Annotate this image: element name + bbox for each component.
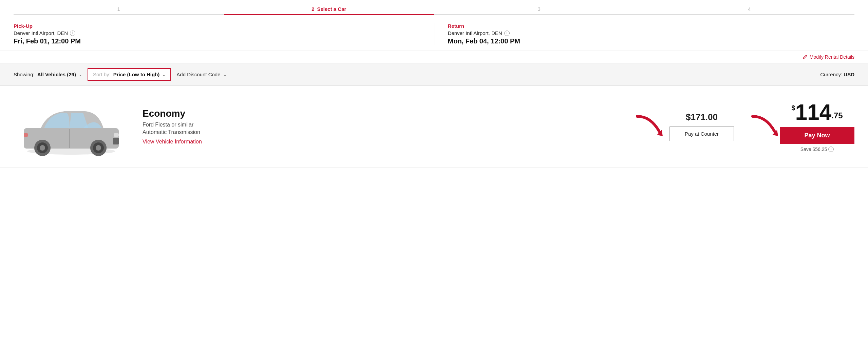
return-label: Return [448, 23, 855, 29]
discount-dropdown[interactable]: Add Discount Code ⌄ [176, 69, 226, 80]
pickup-location: Denver Intl Airport, DEN i [14, 30, 420, 36]
pay-now-button[interactable]: Pay Now [780, 127, 854, 144]
step-3-label: 3 [434, 6, 644, 12]
view-vehicle-info-link[interactable]: View Vehicle Information [143, 139, 202, 144]
step-4-underline [644, 14, 855, 15]
pricing-area: $171.00 Pay at Counter $ 114 .75 Pay Now… [634, 101, 854, 152]
svg-point-7 [96, 145, 101, 151]
progress-nav: 1 2 Select a Car 3 4 [0, 0, 868, 15]
filter-bar: Showing: All Vehicles (29) ⌄ Sort by: Pr… [0, 63, 868, 86]
step-1: 1 [14, 6, 224, 15]
pay-at-counter-button[interactable]: Pay at Counter [669, 127, 734, 141]
showing-chevron: ⌄ [79, 72, 82, 77]
step-1-underline [14, 14, 224, 15]
return-location: Denver Intl Airport, DEN i [448, 30, 855, 36]
steps-container: 1 2 Select a Car 3 4 [14, 6, 854, 15]
pay-at-counter-price: $171.00 [686, 112, 718, 122]
svg-point-4 [40, 145, 45, 151]
return-col: Return Denver Intl Airport, DEN i Mon, F… [434, 23, 855, 45]
pickup-info-icon[interactable]: i [70, 31, 75, 36]
return-info-icon[interactable]: i [504, 31, 510, 36]
pay-now-main: 114 [795, 101, 831, 123]
discount-chevron: ⌄ [223, 72, 227, 77]
sort-dropdown[interactable]: Sort by: Price (Low to High) ⌄ [88, 68, 171, 81]
vehicle-transmission: Automatic Transmission [143, 129, 627, 135]
showing-filter: Showing: All Vehicles (29) ⌄ [14, 72, 82, 77]
vehicle-model: Ford Fiesta or similar [143, 122, 627, 128]
step-3: 3 [434, 6, 644, 15]
pay-at-counter-col: $171.00 Pay at Counter [664, 112, 739, 141]
return-datetime: Mon, Feb 04, 12:00 PM [448, 37, 855, 45]
step-2-underline [224, 14, 434, 15]
save-text: Save $56.25 i [800, 147, 834, 152]
pickup-label: Pick-Up [14, 23, 420, 29]
modify-rental-link[interactable]: Modify Rental Details [802, 54, 854, 60]
vehicle-card: Economy Ford Fiesta or similar Automatic… [0, 86, 868, 168]
modify-row: Modify Rental Details [0, 51, 868, 63]
arrow-2-container [749, 113, 780, 140]
save-info-icon[interactable]: i [828, 147, 834, 152]
svg-rect-11 [113, 138, 119, 144]
arrow-2-icon [749, 113, 780, 140]
rental-info: Pick-Up Denver Intl Airport, DEN i Fri, … [0, 15, 868, 51]
step-4: 4 [644, 6, 855, 15]
svg-rect-8 [114, 133, 119, 137]
vehicle-info: Economy Ford Fiesta or similar Automatic… [143, 108, 634, 145]
vehicle-category: Economy [143, 108, 627, 119]
step-4-label: 4 [644, 6, 855, 12]
step-3-underline [434, 14, 644, 15]
svg-rect-9 [24, 133, 28, 137]
pay-now-col: $ 114 .75 Pay Now Save $56.25 i [780, 101, 854, 152]
pencil-icon [802, 54, 808, 60]
pay-now-cents: .75 [831, 111, 843, 120]
vehicle-image-container [14, 96, 129, 157]
arrow-1-icon [634, 113, 664, 140]
step-2: 2 Select a Car [224, 6, 434, 15]
step-2-label: 2 Select a Car [224, 6, 434, 12]
sort-chevron: ⌄ [162, 72, 166, 77]
pickup-datetime: Fri, Feb 01, 12:00 PM [14, 37, 420, 45]
pay-now-price: $ 114 .75 [791, 101, 843, 123]
pay-now-dollar: $ [791, 104, 795, 112]
arrow-1-container [634, 113, 664, 140]
step-1-label: 1 [14, 6, 224, 12]
pickup-col: Pick-Up Denver Intl Airport, DEN i Fri, … [14, 23, 434, 45]
vehicle-image [17, 96, 126, 157]
currency-display: Currency: USD [820, 72, 854, 77]
